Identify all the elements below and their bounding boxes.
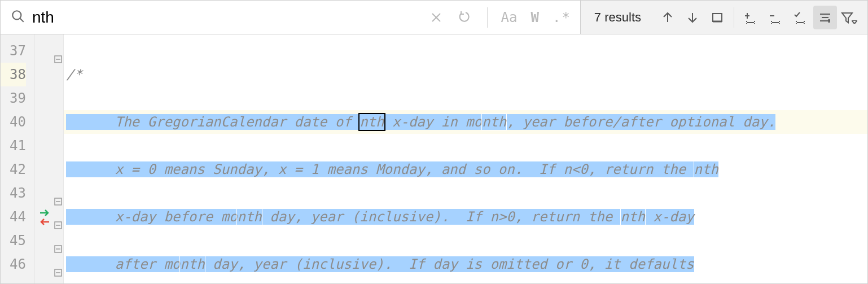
collapsed-line-indicator [1,34,867,39]
line-number: 44 [1,205,26,229]
fold-toggle-icon[interactable] [54,47,62,55]
code-text: day, year (inclusive). If day is omitted… [205,256,694,272]
separator [487,7,488,28]
match-case-button[interactable]: Aa [498,10,521,25]
whole-word-button[interactable]: W [527,10,542,25]
fold-toggle-icon[interactable] [54,213,62,221]
line-number-gutter: 37383940414243444546 [1,39,34,283]
find-results-group: 7 results [580,1,867,34]
code-text: , year before/after optional day. [506,114,775,130]
search-input[interactable] [32,8,418,27]
diff-indicator-icon [38,208,51,226]
find-input-group: Aa W .* [1,1,580,34]
search-icon [11,9,25,26]
search-match: nth [620,208,646,225]
line-number: 42 [1,158,26,181]
prev-match-button[interactable] [656,6,680,29]
search-history-icon[interactable] [454,6,477,29]
svg-line-1 [20,18,24,22]
line-number: 43 [1,181,26,205]
clear-search-icon[interactable] [425,6,448,29]
code-text: x-day before mo [66,209,237,225]
code-text: The GregorianCalendar date of [66,114,360,130]
add-selection-button[interactable] [739,6,762,29]
select-all-button[interactable] [705,6,729,29]
line-number: 45 [1,229,26,252]
separator [734,7,734,28]
code-text: x-day [645,209,694,225]
search-match: nth [179,256,205,273]
search-match: nth [236,208,262,225]
code-text: x-day in mo [384,114,482,130]
code-text: x = 0 means Sunday, x = 1 means Monday, … [66,161,694,177]
find-toolbar: Aa W .* 7 results [1,1,867,34]
line-number: 46 [1,252,26,276]
results-count: 7 results [586,10,655,25]
line-number: 37 [1,39,26,63]
svg-rect-6 [713,14,722,21]
next-match-button[interactable] [681,6,704,29]
regex-button[interactable]: .* [549,10,575,25]
line-number: 39 [1,86,26,110]
code-editor: 37383940414243444546 /* The GregorianCal… [1,39,867,283]
search-match-current: nth [358,113,385,131]
filter-lines-button[interactable] [813,6,837,29]
search-match: nth [481,113,507,130]
select-occurrences-button[interactable] [788,6,812,29]
code-text: after mo [66,256,180,272]
line-number: 38 [1,63,26,86]
code-area[interactable]: /* The GregorianCalendar date of nth x-d… [64,39,867,283]
svg-point-0 [12,11,21,19]
fold-toggle-icon[interactable] [54,260,62,268]
fold-toggle-icon[interactable] [54,189,62,197]
fold-toggle-icon[interactable] [54,237,62,244]
code-text: /* [66,67,82,82]
more-options-button[interactable] [838,6,862,29]
fold-gutter [34,39,64,283]
remove-selection-button[interactable] [764,6,787,29]
search-match: nth [694,161,719,178]
line-number: 41 [1,134,26,158]
line-number: 40 [1,110,26,134]
code-text: day, year (inclusive). If n>0, return th… [262,209,621,225]
